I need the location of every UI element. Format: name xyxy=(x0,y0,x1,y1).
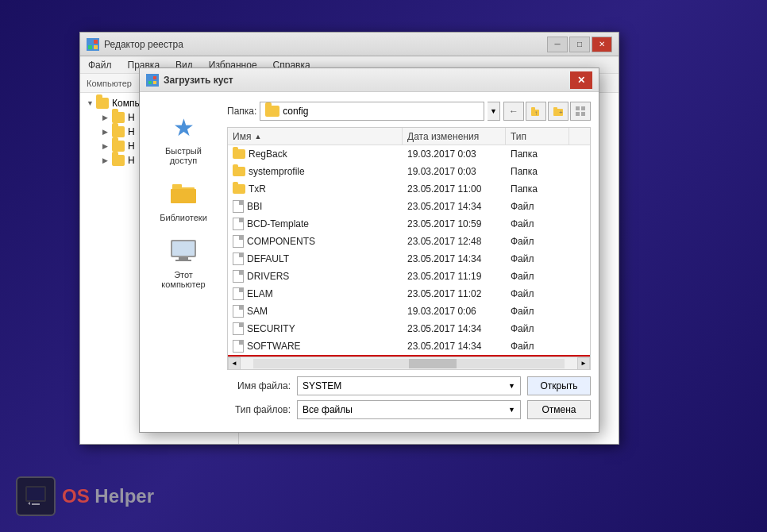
scroll-right[interactable]: ► xyxy=(577,357,590,370)
tree-item-label: Н xyxy=(128,126,135,137)
svg-rect-6 xyxy=(148,81,152,84)
file-cell-date: 23.05.2017 11:19 xyxy=(403,268,506,285)
folder-dropdown[interactable]: ▼ xyxy=(488,102,500,121)
file-cell-type: Папка xyxy=(506,180,569,198)
file-cell-date: 23.05.2017 10:59 xyxy=(403,215,506,233)
quick-access-label: Быстрый доступ xyxy=(155,146,212,165)
file-item[interactable]: BBI23.05.2017 14:34Файл xyxy=(228,198,590,215)
right-panel: Папка: config ▼ ← ↑ xyxy=(227,100,591,424)
dialog-icon xyxy=(146,74,159,87)
file-name: SOFTWARE xyxy=(247,341,301,352)
horizontal-scrollbar[interactable]: ◄ ► xyxy=(228,357,590,369)
filename-row: Имя файла: SYSTEM ▼ Открыть xyxy=(227,376,591,395)
os-helper-text: OS Helper xyxy=(62,485,154,507)
file-item[interactable]: systemprofile19.03.2017 0:03Папка xyxy=(228,163,590,180)
filetype-select[interactable]: Все файлы ▼ xyxy=(297,400,521,419)
this-computer-item[interactable]: Этот компьютер xyxy=(152,232,215,292)
file-cell-type: Файл xyxy=(506,320,569,337)
libraries-item[interactable]: Библиотеки xyxy=(152,175,215,226)
tree-folder-icon xyxy=(112,155,125,166)
col-name-header[interactable]: Имя ▲ xyxy=(228,128,403,145)
file-name: systemprofile xyxy=(249,166,305,177)
svg-rect-9 xyxy=(172,184,182,189)
file-cell-name: SAM xyxy=(228,303,403,320)
dialog-titlebar: Загрузить куст ✕ xyxy=(140,68,599,92)
file-cell-type: Файл xyxy=(506,285,569,303)
back-button[interactable]: ← xyxy=(503,102,524,121)
file-item[interactable]: RegBack19.03.2017 0:03Папка xyxy=(228,145,590,163)
col-type-header[interactable]: Тип xyxy=(506,128,569,145)
file-cell-date: 23.05.2017 14:34 xyxy=(403,198,506,215)
file-icon xyxy=(233,287,244,300)
file-item[interactable]: COMPONENTS23.05.2017 12:48Файл xyxy=(228,233,590,250)
filetype-label: Тип файлов: xyxy=(227,404,291,415)
libraries-label: Библиотеки xyxy=(160,213,207,222)
file-cell-type: Папка xyxy=(506,163,569,180)
file-cell-name: ELAM xyxy=(228,285,403,303)
file-item[interactable]: ELAM23.05.2017 11:02Файл xyxy=(228,285,590,303)
file-name: BCD-Template xyxy=(247,218,309,229)
file-cell-name: BBI xyxy=(228,198,403,215)
svg-rect-1 xyxy=(94,40,98,44)
svg-rect-2 xyxy=(88,45,92,49)
file-item[interactable]: DRIVERS23.05.2017 11:19Файл xyxy=(228,268,590,285)
open-button[interactable]: Открыть xyxy=(527,376,591,395)
svg-rect-19 xyxy=(553,107,557,110)
file-item[interactable]: TxR23.05.2017 11:00Папка xyxy=(228,180,590,198)
registry-close-button[interactable]: ✕ xyxy=(592,37,612,52)
svg-rect-21 xyxy=(576,106,580,110)
filename-input[interactable]: SYSTEM ▼ xyxy=(297,376,521,395)
dialog-body: ★ Быстрый доступ Библиотеки xyxy=(140,92,599,432)
computer-icon xyxy=(168,235,199,267)
file-item[interactable]: SOFTWARE23.05.2017 14:34Файл xyxy=(228,337,590,355)
libraries-icon xyxy=(168,178,199,210)
file-item[interactable]: SAM19.03.2017 0:06Файл xyxy=(228,303,590,320)
quick-access-item[interactable]: ★ Быстрый доступ xyxy=(152,108,215,168)
svg-rect-10 xyxy=(171,189,196,203)
minimize-button[interactable]: ─ xyxy=(547,37,568,52)
file-icon xyxy=(233,235,244,248)
tree-arrow: ▶ xyxy=(102,142,112,150)
file-cell-name: BCD-Template xyxy=(228,215,403,233)
svg-rect-23 xyxy=(576,112,580,116)
file-cell-name: COMPONENTS xyxy=(228,233,403,250)
file-item[interactable]: SECURITY23.05.2017 14:34Файл xyxy=(228,320,590,337)
file-icon xyxy=(233,200,244,213)
menu-file[interactable]: Файл xyxy=(83,58,117,72)
tree-arrow: ▶ xyxy=(102,156,112,164)
file-cell-type: Файл xyxy=(506,268,569,285)
filetype-row: Тип файлов: Все файлы ▼ Отмена xyxy=(227,400,591,419)
os-helper-watermark: OS Helper xyxy=(16,476,154,516)
col-date-header[interactable]: Дата изменения xyxy=(403,128,506,145)
desktop: Редактор реестра ─ □ ✕ Файл Правка Вид И… xyxy=(0,0,767,532)
svg-rect-26 xyxy=(27,488,44,500)
dialog-close-button[interactable]: ✕ xyxy=(570,71,592,89)
scroll-left[interactable]: ◄ xyxy=(228,357,241,370)
scroll-thumb[interactable] xyxy=(409,359,457,368)
svg-rect-5 xyxy=(153,76,156,79)
folder-up-button[interactable]: ↑ xyxy=(526,102,546,121)
quick-access-icon: ★ xyxy=(168,111,199,143)
current-folder: config xyxy=(283,106,308,117)
file-name: DRIVERS xyxy=(247,271,289,282)
scroll-track xyxy=(253,359,565,368)
dialog-bottom: Имя файла: SYSTEM ▼ Открыть Тип файлов: … xyxy=(227,376,591,424)
new-folder-button[interactable]: + xyxy=(548,102,569,121)
cancel-button[interactable]: Отмена xyxy=(527,400,591,419)
sort-arrow: ▲ xyxy=(254,133,261,141)
file-name: TxR xyxy=(249,183,266,195)
file-item[interactable]: DEFAULT23.05.2017 14:34Файл xyxy=(228,250,590,268)
registry-titlebar: Редактор реестра ─ □ ✕ xyxy=(80,33,619,56)
svg-rect-3 xyxy=(94,45,98,49)
folder-icon xyxy=(233,184,245,194)
registry-title: Редактор реестра xyxy=(104,39,547,50)
file-cell-date: 19.03.2017 0:03 xyxy=(403,163,506,180)
file-cell-date: 23.05.2017 11:02 xyxy=(403,285,506,303)
file-list-scroll[interactable]: RegBack19.03.2017 0:03Папкаsystemprofile… xyxy=(228,145,590,357)
file-icon xyxy=(233,270,244,283)
addressbar-buttons: ← ↑ + xyxy=(503,102,591,121)
maximize-button[interactable]: □ xyxy=(569,37,590,52)
file-item[interactable]: BCD-Template23.05.2017 10:59Файл xyxy=(228,215,590,233)
tree-item-label: Н xyxy=(128,155,135,166)
view-button[interactable] xyxy=(570,102,591,121)
